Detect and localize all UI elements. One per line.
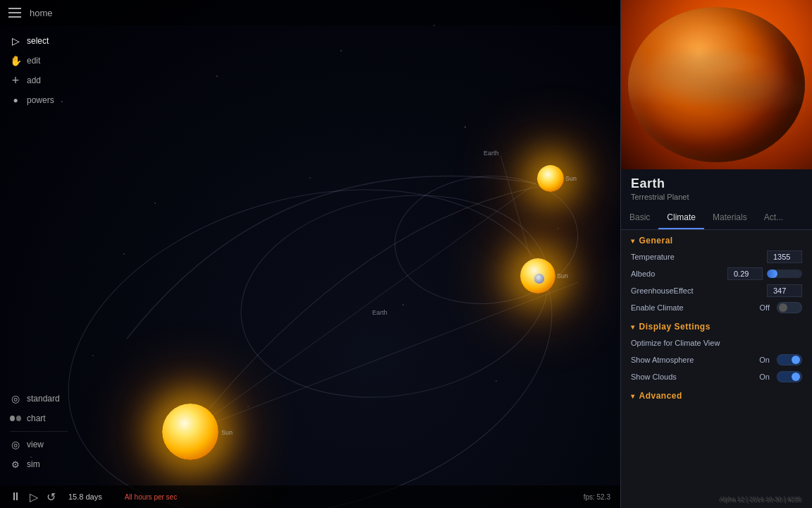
sim-label: sim [27, 459, 40, 469]
show-clouds-toggle-label: On [759, 373, 770, 381]
tool-sim[interactable]: ⚙ sim [0, 454, 78, 474]
svg-line-3 [190, 183, 536, 432]
reset-button[interactable]: ↺ [47, 490, 56, 504]
powers-icon: ● [10, 95, 21, 106]
select-label: select [27, 36, 49, 46]
optimize-climate-label: Optimize for Climate View [631, 339, 802, 347]
planet-preview [621, 0, 812, 169]
general-chevron: ▾ [631, 237, 635, 245]
albedo-slider-fill [767, 270, 777, 278]
tab-materials[interactable]: Materials [704, 207, 756, 229]
planet-header: Earth Terrestrial Planet [621, 169, 812, 207]
tool-select[interactable]: ▷ select [0, 31, 78, 51]
show-clouds-switch[interactable] [777, 371, 802, 382]
speed-indicator: All hours per sec [125, 493, 177, 501]
home-link[interactable]: home [30, 8, 53, 18]
menu-button[interactable] [8, 8, 21, 18]
powers-label: powers [27, 95, 54, 105]
show-atmosphere-row: Show Atmosphere On [621, 351, 812, 368]
show-clouds-row: Show Clouds On [621, 368, 812, 385]
tab-climate[interactable]: Climate [658, 207, 704, 229]
sun-3: Sun [537, 165, 564, 192]
view-icon: ◎ [10, 439, 21, 450]
enable-climate-toggle-label: Off [760, 303, 770, 312]
menu-line-3 [8, 16, 21, 18]
albedo-value[interactable]: 0.29 [727, 267, 763, 280]
advanced-chevron: ▾ [631, 392, 635, 400]
menu-line-2 [8, 12, 21, 13]
planet-name: Earth [631, 176, 802, 191]
show-atmosphere-toggle-group: On [759, 354, 802, 365]
add-label: add [27, 75, 41, 85]
display-settings-chevron: ▾ [631, 323, 635, 331]
show-atmosphere-label: Show Atmosphere [631, 356, 759, 364]
tab-basic[interactable]: Basic [621, 207, 658, 229]
show-atmosphere-switch[interactable] [777, 354, 802, 365]
standard-label: standard [27, 394, 60, 404]
display-settings-label: Display Settings [639, 322, 710, 332]
sun-2-label: Sun [557, 272, 568, 279]
bottom-bar: ⏸ ▷ ↺ 15.8 days All hours per sec fps: 5… [0, 485, 620, 508]
albedo-label: Albedo [631, 270, 727, 278]
menu-line-1 [8, 8, 21, 9]
albedo-slider[interactable] [767, 270, 802, 278]
show-clouds-toggle-group: On [759, 371, 802, 382]
svg-point-0 [32, 139, 589, 508]
greenhouse-label: GreenhouseEffect [631, 286, 767, 295]
temperature-row: Temperature 1355 [621, 248, 812, 265]
select-icon: ▷ [10, 35, 21, 47]
chart-label: chart [27, 413, 46, 423]
tool-chart[interactable]: chart [0, 409, 78, 428]
planet-type: Terrestrial Planet [631, 193, 802, 201]
enable-climate-toggle-group: Off [760, 302, 802, 313]
topbar: home [0, 0, 620, 25]
lower-left-toolbar: ◎ standard chart ◎ view ⚙ sim [0, 383, 78, 480]
section-general[interactable]: ▾ General [621, 230, 812, 248]
svg-line-4 [190, 282, 578, 432]
enable-climate-switch[interactable] [777, 302, 802, 313]
greenhouse-row: GreenhouseEffect 347 [621, 282, 812, 299]
section-advanced[interactable]: ▾ Advanced [621, 385, 812, 404]
tool-add[interactable]: + add [0, 71, 78, 90]
show-clouds-label: Show Clouds [631, 373, 759, 381]
show-atmosphere-toggle-label: On [759, 356, 770, 364]
time-display: 15.8 days [68, 492, 102, 501]
view-label: view [27, 440, 44, 449]
toolbar-separator [10, 431, 68, 432]
temperature-label: Temperature [631, 253, 767, 261]
svg-point-1 [225, 172, 565, 421]
svg-line-5 [500, 155, 536, 275]
temperature-value[interactable]: 1355 [767, 250, 802, 263]
sun-3-label: Sun [565, 175, 577, 182]
chart-icon [10, 413, 21, 424]
advanced-label: Advanced [639, 391, 682, 401]
step-button[interactable]: ▷ [30, 490, 38, 504]
tool-edit[interactable]: ✋ edit [0, 51, 78, 71]
right-panel: Earth Terrestrial Planet Basic Climate M… [620, 0, 812, 508]
general-label: General [639, 236, 673, 246]
sun-1: Sun [162, 404, 219, 460]
main-viewport[interactable]: Sun Sun Sun Earth Earth [0, 0, 620, 508]
enable-climate-label: Enable Climate [631, 303, 760, 312]
tool-view[interactable]: ◎ view [0, 435, 78, 454]
optimize-climate-row: Optimize for Climate View [621, 334, 812, 351]
standard-icon: ◎ [10, 393, 21, 404]
fps-display: fps: 52.3 [584, 493, 610, 501]
pause-button[interactable]: ⏸ [10, 490, 21, 503]
left-toolbar: ▷ select ✋ edit + add ● powers [0, 25, 78, 116]
albedo-row: Albedo 0.29 [621, 265, 812, 282]
edit-icon: ✋ [10, 55, 21, 66]
section-display-settings[interactable]: ▾ Display Settings [621, 316, 812, 334]
tool-standard[interactable]: ◎ standard [0, 389, 78, 409]
edit-label: edit [27, 56, 40, 66]
tab-actions[interactable]: Act... [756, 207, 792, 229]
greenhouse-value[interactable]: 347 [767, 284, 802, 297]
enable-climate-row: Enable Climate Off [621, 299, 812, 316]
add-icon: + [10, 75, 21, 86]
tool-powers[interactable]: ● powers [0, 90, 78, 110]
sim-icon: ⚙ [10, 459, 21, 470]
panel-content[interactable]: ▾ General Temperature 1355 Albedo 0.29 G… [621, 230, 812, 508]
panel-tabs: Basic Climate Materials Act... [621, 207, 812, 230]
sun-1-label: Sun [221, 429, 233, 436]
orbital-paths [0, 0, 620, 508]
